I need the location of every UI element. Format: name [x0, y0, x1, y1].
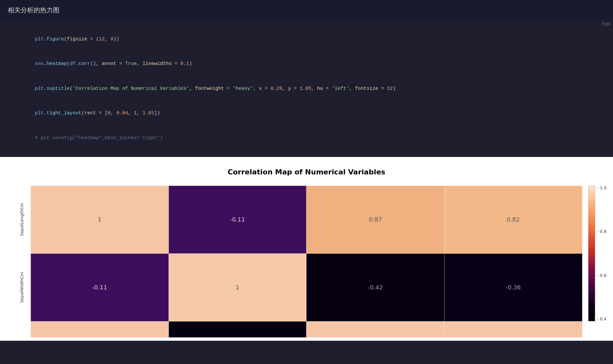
cell-2-3: [444, 321, 582, 338]
code-line-4: plt.tight_layout(rect = [0, 0.04, 1, 1.0…: [17, 101, 596, 126]
colorbar-tick-0-8: - 0.8: [597, 229, 607, 234]
heatmap-row-1: 1 -0.11 0.87 0.82: [31, 186, 582, 254]
heatmap-row-3-partial: [31, 321, 582, 338]
y-label-sepal-length: SepalLengthCm: [13, 186, 31, 254]
code-block: plt.figure(figsize = (12, 8)) sns.heatma…: [0, 20, 613, 157]
colorbar-tick-0-4: - 0.4: [597, 317, 607, 321]
cell-0-1: -0.11: [169, 186, 307, 254]
page-title: 相关分析的热力图: [8, 6, 59, 14]
colorbar-bar: [588, 186, 595, 321]
cell-0-3: 0.82: [444, 186, 582, 254]
heatmap-grid: 1 -0.11 0.87 0.82 -0.11 1 -0.42 -0.36: [31, 186, 582, 338]
code-line-2: sns.heatmap(df.corr(), annot = True, lin…: [17, 52, 596, 77]
cell-1-1: 1: [169, 254, 307, 321]
chart-title: Correlation Map of Numerical Variables: [6, 165, 607, 176]
cell-2-2: [306, 321, 444, 338]
y-axis: SepalLengthCm SepalWidthCm: [13, 186, 31, 338]
cell-1-2: -0.42: [306, 254, 444, 321]
cell-2-0: [31, 321, 169, 338]
y-label-partial: [13, 321, 31, 338]
language-badge: Pyth: [599, 20, 613, 28]
heatmap-row-2: -0.11 1 -0.42 -0.36: [31, 254, 582, 321]
cell-0-0: 1: [31, 186, 169, 254]
y-label-sepal-width: SepalWidthCm: [13, 254, 31, 321]
colorbar-tick-0-6: - 0.6: [597, 273, 607, 277]
code-line-1: plt.figure(figsize = (12, 8)): [17, 27, 596, 52]
code-line-3: plt.suptitle('Correlation Map of Numeric…: [17, 76, 596, 101]
page-header: 相关分析的热力图: [0, 0, 613, 20]
chart-section: Correlation Map of Numerical Variables S…: [0, 157, 613, 341]
cell-1-3: -0.36: [444, 254, 582, 321]
cell-1-0: -0.11: [31, 254, 169, 321]
cell-0-2: 0.87: [306, 186, 444, 254]
colorbar-labels: - 1.0 - 0.8 - 0.6 - 0.4: [595, 186, 607, 321]
colorbar-tick-1-0: - 1.0: [597, 186, 607, 190]
code-line-5: # plt.savefig("heatmap",bbox_inches='tig…: [17, 126, 596, 151]
colorbar: - 1.0 - 0.8 - 0.6 - 0.4: [588, 186, 607, 321]
code-token: plt: [35, 36, 44, 42]
cell-2-1: [169, 321, 307, 338]
